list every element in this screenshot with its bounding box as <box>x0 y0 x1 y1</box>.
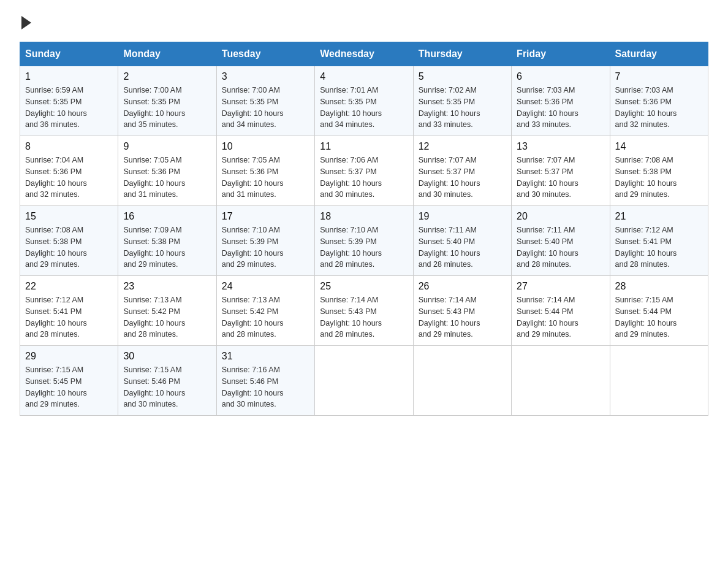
calendar-week-row: 29Sunrise: 7:15 AMSunset: 5:45 PMDayligh… <box>20 346 708 416</box>
calendar-week-row: 22Sunrise: 7:12 AMSunset: 5:41 PMDayligh… <box>20 276 708 346</box>
calendar-cell: 15Sunrise: 7:08 AMSunset: 5:38 PMDayligh… <box>20 206 118 276</box>
weekday-header-thursday: Thursday <box>413 42 511 66</box>
day-info: Sunrise: 7:11 AMSunset: 5:40 PMDaylight:… <box>419 224 506 270</box>
calendar-cell: 4Sunrise: 7:01 AMSunset: 5:35 PMDaylight… <box>315 66 413 136</box>
calendar-cell: 28Sunrise: 7:15 AMSunset: 5:44 PMDayligh… <box>610 276 708 346</box>
calendar-cell: 18Sunrise: 7:10 AMSunset: 5:39 PMDayligh… <box>315 206 413 276</box>
day-info: Sunrise: 7:02 AMSunset: 5:35 PMDaylight:… <box>419 85 506 131</box>
day-number: 7 <box>615 71 703 82</box>
day-info: Sunrise: 7:13 AMSunset: 5:42 PMDaylight:… <box>222 294 309 340</box>
day-info: Sunrise: 7:00 AMSunset: 5:35 PMDaylight:… <box>123 85 211 131</box>
day-number: 18 <box>320 211 408 222</box>
day-number: 17 <box>222 211 309 222</box>
calendar-cell <box>413 346 511 416</box>
day-info: Sunrise: 7:10 AMSunset: 5:39 PMDaylight:… <box>222 224 309 270</box>
day-number: 24 <box>222 281 309 292</box>
calendar-cell: 1Sunrise: 6:59 AMSunset: 5:35 PMDaylight… <box>20 66 118 136</box>
day-info: Sunrise: 7:11 AMSunset: 5:40 PMDaylight:… <box>517 224 604 270</box>
calendar-cell: 13Sunrise: 7:07 AMSunset: 5:37 PMDayligh… <box>512 136 610 206</box>
calendar-cell: 6Sunrise: 7:03 AMSunset: 5:36 PMDaylight… <box>512 66 610 136</box>
calendar-cell: 25Sunrise: 7:14 AMSunset: 5:43 PMDayligh… <box>315 276 413 346</box>
calendar-cell: 12Sunrise: 7:07 AMSunset: 5:37 PMDayligh… <box>413 136 511 206</box>
day-number: 28 <box>615 281 703 292</box>
day-info: Sunrise: 7:05 AMSunset: 5:36 PMDaylight:… <box>123 155 211 201</box>
calendar-cell: 30Sunrise: 7:15 AMSunset: 5:46 PMDayligh… <box>118 346 216 416</box>
day-info: Sunrise: 7:10 AMSunset: 5:39 PMDaylight:… <box>320 224 408 270</box>
calendar-week-row: 8Sunrise: 7:04 AMSunset: 5:36 PMDaylight… <box>20 136 708 206</box>
day-number: 25 <box>320 281 408 292</box>
calendar-cell: 20Sunrise: 7:11 AMSunset: 5:40 PMDayligh… <box>512 206 610 276</box>
calendar-cell: 22Sunrise: 7:12 AMSunset: 5:41 PMDayligh… <box>20 276 118 346</box>
day-number: 21 <box>615 211 703 222</box>
day-number: 13 <box>517 141 604 152</box>
day-number: 27 <box>517 281 604 292</box>
calendar-cell: 14Sunrise: 7:08 AMSunset: 5:38 PMDayligh… <box>610 136 708 206</box>
day-number: 4 <box>320 71 408 82</box>
calendar-cell: 2Sunrise: 7:00 AMSunset: 5:35 PMDaylight… <box>118 66 216 136</box>
day-number: 31 <box>222 351 309 362</box>
day-info: Sunrise: 7:08 AMSunset: 5:38 PMDaylight:… <box>615 155 703 201</box>
day-info: Sunrise: 7:00 AMSunset: 5:35 PMDaylight:… <box>222 85 309 131</box>
day-number: 22 <box>25 281 113 292</box>
calendar-cell <box>315 346 413 416</box>
day-info: Sunrise: 7:07 AMSunset: 5:37 PMDaylight:… <box>419 155 506 201</box>
day-number: 10 <box>222 141 309 152</box>
day-info: Sunrise: 7:12 AMSunset: 5:41 PMDaylight:… <box>615 224 703 270</box>
day-info: Sunrise: 7:12 AMSunset: 5:41 PMDaylight:… <box>25 294 113 340</box>
day-number: 2 <box>123 71 211 82</box>
calendar-cell: 8Sunrise: 7:04 AMSunset: 5:36 PMDaylight… <box>20 136 118 206</box>
calendar-cell: 10Sunrise: 7:05 AMSunset: 5:36 PMDayligh… <box>216 136 314 206</box>
day-info: Sunrise: 7:01 AMSunset: 5:35 PMDaylight:… <box>320 85 408 131</box>
calendar-week-row: 15Sunrise: 7:08 AMSunset: 5:38 PMDayligh… <box>20 206 708 276</box>
day-info: Sunrise: 7:16 AMSunset: 5:46 PMDaylight:… <box>222 364 309 410</box>
day-info: Sunrise: 7:14 AMSunset: 5:44 PMDaylight:… <box>517 294 604 340</box>
calendar-cell: 5Sunrise: 7:02 AMSunset: 5:35 PMDaylight… <box>413 66 511 136</box>
calendar-cell <box>610 346 708 416</box>
calendar-cell: 31Sunrise: 7:16 AMSunset: 5:46 PMDayligh… <box>216 346 314 416</box>
day-number: 1 <box>25 71 113 82</box>
weekday-header-wednesday: Wednesday <box>315 42 413 66</box>
day-number: 9 <box>123 141 211 152</box>
calendar-cell: 23Sunrise: 7:13 AMSunset: 5:42 PMDayligh… <box>118 276 216 346</box>
day-info: Sunrise: 7:14 AMSunset: 5:43 PMDaylight:… <box>419 294 506 340</box>
day-number: 19 <box>419 211 506 222</box>
day-info: Sunrise: 7:14 AMSunset: 5:43 PMDaylight:… <box>320 294 408 340</box>
day-number: 29 <box>25 351 113 362</box>
calendar-cell <box>512 346 610 416</box>
weekday-header-tuesday: Tuesday <box>216 42 314 66</box>
day-info: Sunrise: 7:15 AMSunset: 5:45 PMDaylight:… <box>25 364 113 410</box>
page-header <box>20 15 708 29</box>
day-info: Sunrise: 7:15 AMSunset: 5:46 PMDaylight:… <box>123 364 211 410</box>
calendar-cell: 3Sunrise: 7:00 AMSunset: 5:35 PMDaylight… <box>216 66 314 136</box>
day-info: Sunrise: 7:08 AMSunset: 5:38 PMDaylight:… <box>25 224 113 270</box>
calendar-cell: 9Sunrise: 7:05 AMSunset: 5:36 PMDaylight… <box>118 136 216 206</box>
calendar-cell: 27Sunrise: 7:14 AMSunset: 5:44 PMDayligh… <box>512 276 610 346</box>
day-info: Sunrise: 7:04 AMSunset: 5:36 PMDaylight:… <box>25 155 113 201</box>
day-info: Sunrise: 7:07 AMSunset: 5:37 PMDaylight:… <box>517 155 604 201</box>
calendar-cell: 24Sunrise: 7:13 AMSunset: 5:42 PMDayligh… <box>216 276 314 346</box>
day-number: 11 <box>320 141 408 152</box>
day-info: Sunrise: 7:09 AMSunset: 5:38 PMDaylight:… <box>123 224 211 270</box>
weekday-header-friday: Friday <box>512 42 610 66</box>
weekday-header-sunday: Sunday <box>20 42 118 66</box>
day-number: 20 <box>517 211 604 222</box>
weekday-header-monday: Monday <box>118 42 216 66</box>
calendar-cell: 21Sunrise: 7:12 AMSunset: 5:41 PMDayligh… <box>610 206 708 276</box>
day-number: 26 <box>419 281 506 292</box>
day-info: Sunrise: 7:03 AMSunset: 5:36 PMDaylight:… <box>615 85 703 131</box>
weekday-header-row: SundayMondayTuesdayWednesdayThursdayFrid… <box>20 42 708 66</box>
day-info: Sunrise: 7:15 AMSunset: 5:44 PMDaylight:… <box>615 294 703 340</box>
calendar-table: SundayMondayTuesdayWednesdayThursdayFrid… <box>20 42 708 416</box>
day-number: 3 <box>222 71 309 82</box>
day-number: 8 <box>25 141 113 152</box>
day-number: 16 <box>123 211 211 222</box>
day-info: Sunrise: 7:13 AMSunset: 5:42 PMDaylight:… <box>123 294 211 340</box>
day-info: Sunrise: 6:59 AMSunset: 5:35 PMDaylight:… <box>25 85 113 131</box>
day-number: 15 <box>25 211 113 222</box>
day-number: 6 <box>517 71 604 82</box>
calendar-week-row: 1Sunrise: 6:59 AMSunset: 5:35 PMDaylight… <box>20 66 708 136</box>
day-info: Sunrise: 7:03 AMSunset: 5:36 PMDaylight:… <box>517 85 604 131</box>
calendar-cell: 29Sunrise: 7:15 AMSunset: 5:45 PMDayligh… <box>20 346 118 416</box>
weekday-header-saturday: Saturday <box>610 42 708 66</box>
day-number: 12 <box>419 141 506 152</box>
